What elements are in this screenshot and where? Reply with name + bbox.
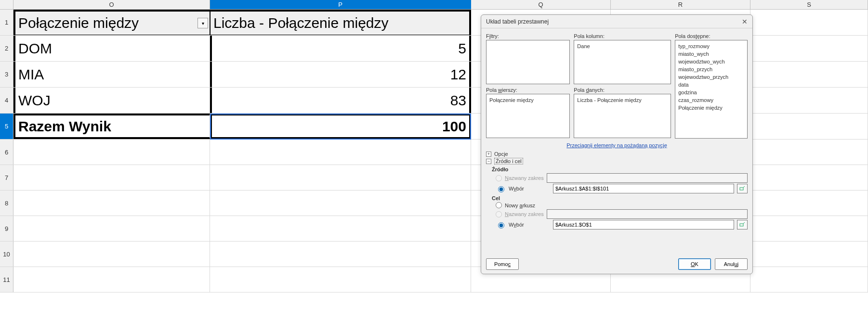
pivot-value[interactable]: 12 (210, 62, 471, 87)
dest-new-sheet-label: Nowy arkusz (505, 203, 535, 208)
source-shrink-button[interactable] (737, 184, 748, 193)
source-named-range-input (547, 173, 748, 183)
row-header-3[interactable]: 3 (0, 62, 13, 87)
cell[interactable] (750, 62, 868, 87)
cell[interactable] (750, 36, 868, 61)
dest-selection-input[interactable] (553, 220, 734, 229)
pivot-value[interactable]: 5 (210, 36, 471, 61)
list-item[interactable]: Połączenie między (678, 104, 744, 112)
filters-listbox[interactable] (486, 40, 570, 84)
row-header-10[interactable]: 10 (0, 242, 13, 267)
col-fields-listbox[interactable]: Dane (574, 40, 671, 84)
list-item[interactable]: Dane (577, 42, 668, 50)
cell[interactable] (210, 216, 471, 241)
cell[interactable] (210, 242, 471, 267)
col-fields-label: Pola kolumn: (574, 33, 671, 39)
options-section-label[interactable]: Opcje (494, 151, 508, 157)
cell[interactable] (210, 267, 471, 292)
list-item[interactable]: miasto_wych (678, 50, 744, 58)
dest-new-sheet-radio[interactable] (496, 202, 502, 208)
col-header-p[interactable]: P (210, 0, 471, 9)
cell[interactable] (210, 165, 471, 190)
cell[interactable] (210, 191, 471, 216)
pivot-total-value[interactable]: 100 (210, 114, 471, 139)
list-item[interactable]: wojewodztwo_przych (678, 73, 744, 81)
pivot-row-label[interactable]: DOM (13, 36, 210, 61)
row-header-4[interactable]: 4 (0, 88, 13, 113)
cell[interactable] (750, 191, 868, 216)
list-item[interactable]: godzina (678, 89, 744, 96)
cell[interactable] (210, 140, 471, 165)
cell[interactable] (13, 242, 210, 267)
list-item[interactable]: data (678, 81, 744, 89)
expand-toggle-options[interactable]: + (486, 152, 491, 157)
list-item[interactable]: miasto_przych (678, 65, 744, 73)
col-header-q[interactable]: Q (471, 0, 611, 9)
pivot-value[interactable]: 83 (210, 88, 471, 113)
svg-rect-0 (740, 188, 743, 190)
list-item[interactable]: czas_rozmowy (678, 96, 744, 104)
pivot-total-label[interactable]: Razem Wynik (13, 114, 210, 139)
cell[interactable] (13, 216, 210, 241)
drag-hint: Przeciągnij elementy na pożądaną pozycję (486, 142, 748, 148)
list-item[interactable]: wojewodztwo_wych (678, 58, 744, 65)
minus-icon: − (487, 159, 490, 164)
row-header-8[interactable]: 8 (0, 191, 13, 216)
cancel-button[interactable]: Anuluj (715, 258, 748, 270)
source-selection-radio[interactable] (498, 186, 504, 192)
cell[interactable] (13, 191, 210, 216)
ok-button[interactable]: OK (678, 258, 711, 270)
cell[interactable] (750, 165, 868, 190)
dialog-title: Układ tabeli przestawnej (486, 18, 549, 25)
shrink-icon (739, 186, 745, 191)
collapse-toggle-source[interactable]: − (486, 159, 491, 164)
col-header-r[interactable]: R (611, 0, 750, 9)
cell[interactable] (750, 267, 868, 292)
dest-selection-radio[interactable] (498, 222, 504, 229)
cell[interactable] (750, 10, 868, 35)
dialog-titlebar[interactable]: Układ tabeli przestawnej ✕ (481, 15, 752, 28)
data-fields-listbox[interactable]: Liczba - Połączenie między (574, 94, 671, 138)
row-header-11[interactable]: 11 (0, 267, 13, 292)
source-dest-section-label[interactable]: Źródło i cel (494, 158, 523, 165)
col-header-o[interactable]: O (13, 0, 210, 9)
row-header-6[interactable]: 6 (0, 140, 13, 165)
row-fields-listbox[interactable]: Połączenie między (486, 94, 570, 138)
row-fields-label: Pola wierszy: (486, 87, 570, 93)
help-button[interactable]: Pomoc (486, 258, 519, 270)
row-header-1[interactable]: 1 (0, 10, 13, 35)
source-selection-input[interactable] (553, 184, 734, 193)
list-item[interactable]: typ_rozmowy (678, 42, 744, 50)
cell[interactable] (13, 267, 210, 292)
dialog-close-button[interactable]: ✕ (740, 17, 750, 26)
pivot-data-field-header[interactable]: Liczba - Połączenie między (210, 10, 471, 35)
col-header-s[interactable]: S (750, 0, 868, 9)
cell[interactable] (750, 140, 868, 165)
svg-rect-1 (740, 224, 743, 226)
cell[interactable] (13, 140, 210, 165)
row-header-7[interactable]: 7 (0, 165, 13, 190)
pivot-row-label[interactable]: WOJ (13, 88, 210, 113)
source-named-range-radio (496, 175, 502, 181)
cell[interactable] (750, 88, 868, 113)
cell[interactable] (13, 165, 210, 190)
pivot-layout-dialog: Układ tabeli przestawnej ✕ Filtry: Pola … (481, 14, 753, 274)
list-item[interactable]: Liczba - Połączenie między (577, 96, 668, 104)
row-header-9[interactable]: 9 (0, 216, 13, 241)
dest-named-range-input (547, 209, 748, 219)
pivot-filter-dropdown[interactable]: ▾ (197, 18, 208, 28)
cell[interactable] (750, 216, 868, 241)
chevron-down-icon: ▾ (202, 21, 204, 26)
select-all-corner[interactable] (0, 0, 13, 9)
pivot-row-field-label: Połączenie między (18, 15, 139, 31)
source-selection-label: Wybór (509, 186, 550, 191)
list-item[interactable]: Połączenie między (489, 96, 566, 104)
row-header-2[interactable]: 2 (0, 36, 13, 61)
pivot-row-label[interactable]: MIA (13, 62, 210, 87)
pivot-row-field-header[interactable]: Połączenie między ▾ (13, 10, 210, 35)
cell[interactable] (750, 242, 868, 267)
dest-shrink-button[interactable] (737, 220, 748, 229)
cell[interactable] (750, 114, 868, 139)
available-fields-listbox[interactable]: typ_rozmowy miasto_wych wojewodztwo_wych… (675, 40, 748, 139)
row-header-5[interactable]: 5 (0, 114, 13, 139)
